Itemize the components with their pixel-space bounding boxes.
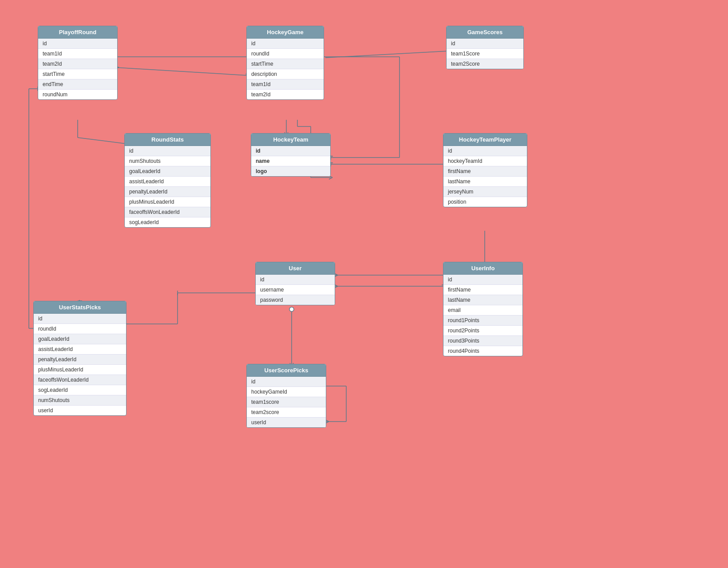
field-hockeyteamid: hockeyTeamId (443, 156, 527, 166)
field-userid: userId (34, 406, 126, 415)
entity-header-hockeygame: HockeyGame (247, 26, 324, 39)
field-username: username (256, 285, 335, 295)
field-id: id (34, 314, 126, 324)
field-id: id (38, 39, 117, 49)
field-penaltyleaderid: penaltyLeaderId (34, 355, 126, 365)
entity-hockeygame: HockeyGameidroundIdstartTimedescriptiont… (246, 26, 324, 100)
field-password: password (256, 295, 335, 305)
field-team1id: team1Id (38, 49, 117, 59)
field-starttime: startTime (38, 69, 117, 79)
entity-hockeyteam: HockeyTeamidnamelogo (251, 133, 331, 177)
field-name: name (251, 156, 330, 166)
field-id: id (447, 39, 523, 49)
field-firstname: firstName (443, 285, 522, 295)
field-round2points: round2Points (443, 326, 522, 336)
entity-header-hockeyteamplayer: HockeyTeamPlayer (443, 134, 527, 146)
field-endtime: endTime (38, 79, 117, 90)
field-team2id: team2Id (247, 90, 324, 99)
field-goalleaderid: goalLeaderId (125, 166, 210, 177)
svg-line-31 (329, 178, 332, 179)
field-logo: logo (251, 166, 330, 176)
field-email: email (443, 305, 522, 316)
entity-header-hockeyteam: HockeyTeam (251, 134, 330, 146)
field-lastname: lastName (443, 177, 527, 187)
entity-roundstats: RoundStatsidnumShutoutsgoalLeaderIdassis… (124, 133, 211, 228)
field-round3points: round3Points (443, 336, 522, 346)
field-firstname: firstName (443, 166, 527, 177)
entity-header-userinfo: UserInfo (443, 262, 522, 275)
field-position: position (443, 197, 527, 207)
entity-header-roundstats: RoundStats (125, 134, 210, 146)
svg-line-9 (78, 138, 127, 144)
entity-playoffround: PlayoffRoundidteam1Idteam2IdstartTimeend… (38, 26, 118, 100)
field-numshutouts: numShutouts (125, 156, 210, 166)
field-id: id (251, 146, 330, 156)
field-sogleaderid: sogLeaderId (34, 385, 126, 395)
field-id: id (247, 39, 324, 49)
field-roundid: roundId (247, 49, 324, 59)
field-faceoffswonleaderid: faceoffsWonLeaderId (34, 375, 126, 385)
field-id: id (125, 146, 210, 156)
entity-header-userscorepicks: UserScorePicks (247, 364, 326, 377)
field-hockeygameid: hockeyGameId (247, 387, 326, 397)
field-goalleaderid: goalLeaderId (34, 334, 126, 344)
svg-line-0 (115, 67, 248, 75)
field-starttime: startTime (247, 59, 324, 69)
field-jerseynum: jerseyNum (443, 187, 527, 197)
entity-userstatspicks: UserStatsPicksidroundIdgoalLeaderIdassis… (33, 301, 127, 416)
field-team1score: team1Score (447, 49, 523, 59)
entity-header-user: User (256, 262, 335, 275)
field-id: id (256, 275, 335, 285)
field-lastname: lastName (443, 295, 522, 305)
field-description: description (247, 69, 324, 79)
entity-header-gamescores: GameScores (447, 26, 523, 39)
entity-hockeyteamplayer: HockeyTeamPlayeridhockeyTeamIdfirstNamel… (443, 133, 527, 207)
field-roundid: roundId (34, 324, 126, 334)
field-userid: userId (247, 418, 326, 427)
svg-line-5 (325, 51, 448, 58)
field-penaltyleaderid: penaltyLeaderId (125, 187, 210, 197)
field-assistleaderid: assistLeaderId (34, 344, 126, 355)
field-id: id (443, 275, 522, 285)
field-numshutouts: numShutouts (34, 395, 126, 406)
field-team2id: team2Id (38, 59, 117, 69)
field-plusminusleaderid: plusMinusLeaderId (125, 197, 210, 207)
entity-user: Useridusernamepassword (255, 262, 335, 305)
diagram-container: PlayoffRoundidteam1Idteam2IdstartTimeend… (0, 0, 728, 568)
field-id: id (443, 146, 527, 156)
entity-header-userstatspicks: UserStatsPicks (34, 301, 126, 314)
field-team1id: team1Id (247, 79, 324, 90)
entity-userinfo: UserInfoidfirstNamelastNameemailround1Po… (443, 262, 523, 356)
entity-userscorepicks: UserScorePicksidhockeyGameIdteam1scorete… (246, 364, 326, 428)
field-team2score: team2score (247, 407, 326, 418)
field-team2score: team2Score (447, 59, 523, 69)
field-id: id (247, 377, 326, 387)
field-sogleaderid: sogLeaderId (125, 217, 210, 227)
field-assistleaderid: assistLeaderId (125, 177, 210, 187)
field-team1score: team1score (247, 397, 326, 407)
field-round4points: round4Points (443, 346, 522, 356)
field-plusminusleaderid: plusMinusLeaderId (34, 365, 126, 375)
entity-gamescores: GameScoresidteam1Scoreteam2Score (446, 26, 524, 69)
field-roundnum: roundNum (38, 90, 117, 99)
field-round1points: round1Points (443, 316, 522, 326)
entity-header-playoffround: PlayoffRound (38, 26, 117, 39)
svg-point-40 (289, 307, 294, 312)
field-faceoffswonleaderid: faceoffsWonLeaderId (125, 207, 210, 217)
